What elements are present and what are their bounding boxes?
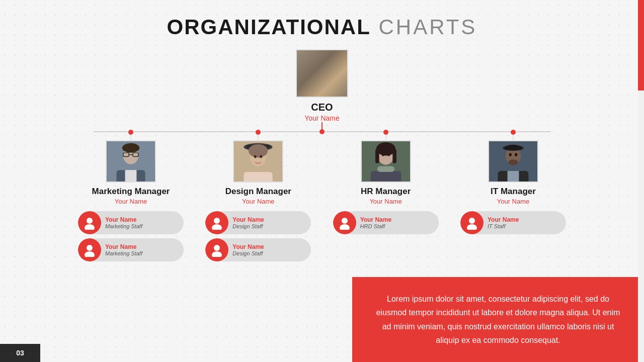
svg-point-28 bbox=[260, 155, 263, 158]
svg-point-19 bbox=[87, 245, 93, 251]
svg-point-3 bbox=[313, 63, 331, 82]
staff-name: Your Name bbox=[105, 243, 142, 250]
marketing-manager-column: Marketing Manager Your Name Your Name Ma… bbox=[75, 132, 186, 261]
svg-point-7 bbox=[316, 69, 319, 73]
marketing-connector bbox=[130, 132, 131, 140]
svg-point-18 bbox=[85, 224, 95, 230]
staff-info: Your Name Design Staff bbox=[232, 216, 264, 229]
svg-point-32 bbox=[212, 251, 222, 257]
staff-info: Your Name Marketing Staff bbox=[105, 216, 142, 229]
svg-point-29 bbox=[214, 218, 220, 224]
staff-item: Your Name Design Staff bbox=[205, 238, 311, 261]
svg-rect-2 bbox=[311, 60, 333, 66]
staff-item: Your Name HRD Staff bbox=[333, 211, 439, 234]
design-title: Design Manager bbox=[225, 187, 291, 197]
staff-name: Your Name bbox=[232, 216, 264, 223]
hr-title: HR Manager bbox=[361, 187, 411, 197]
scrollbar[interactable] bbox=[638, 0, 644, 362]
staff-name: Your Name bbox=[360, 216, 391, 223]
org-chart: CEO Your Name bbox=[0, 49, 644, 261]
staff-avatar bbox=[333, 211, 356, 234]
svg-point-39 bbox=[382, 153, 384, 156]
marketing-title: Marketing Manager bbox=[92, 187, 170, 197]
staff-avatar bbox=[78, 211, 101, 234]
svg-point-51 bbox=[509, 153, 512, 156]
lorem-box: Lorem ipsum dolor sit amet, consectetur … bbox=[352, 277, 644, 362]
staff-name: Your Name bbox=[105, 216, 142, 223]
staff-role: Design Staff bbox=[232, 223, 264, 229]
staff-item: Your Name IT Staff bbox=[460, 211, 566, 234]
lorem-text: Lorem ipsum dolor sit amet, consectetur … bbox=[376, 295, 620, 344]
staff-info: Your Name IT Staff bbox=[488, 216, 519, 229]
marketing-staff-list: Your Name Marketing Staff Your Name Mark… bbox=[78, 211, 184, 261]
staff-item: Your Name Marketing Staff bbox=[78, 211, 184, 234]
staff-role: Marketing Staff bbox=[105, 223, 142, 229]
svg-rect-0 bbox=[297, 50, 347, 97]
svg-point-30 bbox=[212, 224, 222, 230]
staff-name: Your Name bbox=[232, 243, 264, 250]
svg-point-4 bbox=[316, 75, 328, 83]
staff-avatar bbox=[205, 238, 228, 261]
it-staff-list: Your Name IT Staff bbox=[460, 211, 566, 234]
svg-point-42 bbox=[342, 218, 348, 224]
staff-info: Your Name HRD Staff bbox=[360, 216, 391, 229]
hr-photo bbox=[361, 140, 411, 183]
svg-point-35 bbox=[376, 142, 395, 156]
staff-avatar bbox=[205, 211, 228, 234]
svg-point-40 bbox=[387, 153, 390, 156]
svg-point-48 bbox=[506, 145, 521, 150]
hr-name: Your Name bbox=[369, 198, 402, 205]
svg-rect-6 bbox=[315, 85, 329, 97]
ceo-title: CEO bbox=[311, 102, 333, 113]
hr-staff-list: Your Name HRD Staff bbox=[333, 211, 439, 234]
design-connector bbox=[258, 132, 259, 140]
svg-rect-41 bbox=[377, 166, 394, 172]
svg-point-55 bbox=[467, 224, 477, 230]
hr-connector bbox=[385, 132, 386, 140]
it-photo bbox=[488, 140, 538, 183]
staff-role: IT Staff bbox=[488, 223, 519, 229]
svg-point-25 bbox=[249, 144, 268, 158]
svg-point-53 bbox=[508, 159, 518, 165]
it-manager-column: IT Manager Your Name Your Name IT Staff bbox=[458, 132, 569, 261]
svg-rect-50 bbox=[508, 171, 519, 182]
staff-name: Your Name bbox=[488, 216, 519, 223]
svg-rect-26 bbox=[244, 172, 273, 182]
svg-rect-37 bbox=[392, 149, 396, 163]
svg-rect-36 bbox=[375, 149, 379, 163]
staff-info: Your Name Marketing Staff bbox=[105, 243, 142, 256]
design-photo bbox=[233, 140, 283, 183]
title-light: CHARTS bbox=[371, 15, 477, 39]
scrollbar-thumb[interactable] bbox=[638, 0, 644, 90]
svg-point-14 bbox=[122, 143, 139, 153]
svg-rect-16 bbox=[125, 170, 137, 182]
svg-point-8 bbox=[325, 69, 328, 73]
svg-rect-5 bbox=[307, 85, 337, 97]
slide-number: 03 bbox=[0, 344, 40, 362]
svg-point-54 bbox=[469, 218, 475, 224]
svg-point-43 bbox=[340, 224, 350, 230]
staff-role: Marketing Staff bbox=[105, 250, 142, 256]
ceo-name: Your Name bbox=[304, 114, 340, 122]
it-name: Your Name bbox=[497, 198, 530, 205]
hr-manager-column: HR Manager Your Name Your Name HRD Staff bbox=[331, 132, 441, 261]
design-manager-column: Design Manager Your Name Your Name Desig… bbox=[203, 132, 313, 261]
staff-role: Design Staff bbox=[232, 250, 264, 256]
staff-item: Your Name Marketing Staff bbox=[78, 238, 184, 261]
ceo-node: CEO Your Name bbox=[296, 49, 348, 122]
svg-point-17 bbox=[87, 218, 93, 224]
it-connector bbox=[513, 132, 514, 140]
svg-point-27 bbox=[254, 155, 257, 158]
staff-info: Your Name Design Staff bbox=[232, 243, 264, 256]
managers-row: Marketing Manager Your Name Your Name Ma… bbox=[75, 132, 569, 261]
design-name: Your Name bbox=[242, 198, 275, 205]
svg-point-31 bbox=[214, 245, 220, 251]
page-title: ORGANIZATIONAL CHARTS bbox=[0, 0, 644, 39]
ceo-photo bbox=[296, 49, 348, 98]
marketing-name: Your Name bbox=[115, 198, 147, 205]
marketing-photo bbox=[106, 140, 156, 183]
staff-role: HRD Staff bbox=[360, 223, 391, 229]
staff-item: Your Name Design Staff bbox=[205, 211, 311, 234]
it-title: IT Manager bbox=[491, 187, 536, 197]
staff-avatar bbox=[78, 238, 101, 261]
